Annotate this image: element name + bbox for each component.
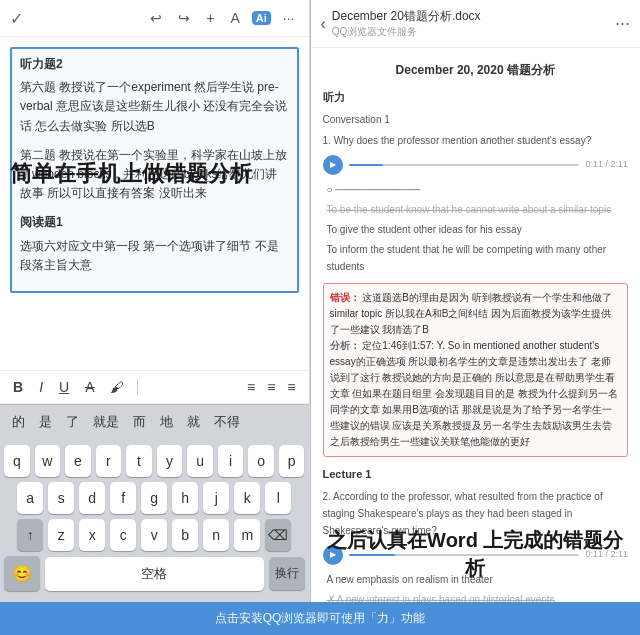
key-row-2: a s d f g h j k l (4, 482, 305, 514)
key-j[interactable]: j (203, 482, 229, 514)
left-panel: ✓ ↩ ↪ + A Ai ··· 听力题2 第六题 教授说了一个experime… (0, 0, 310, 602)
doc-title-area: December 20错题分析.docx QQ浏览器文件服务 (332, 8, 609, 39)
error-label-1: 错误： (330, 292, 360, 303)
option-1b: To be the student know that he cannot wr… (323, 201, 628, 218)
align-center-button[interactable]: ≡ (264, 377, 278, 397)
key-s[interactable]: s (48, 482, 74, 514)
key-row-bottom: 😊 空格 换行 (4, 556, 305, 591)
key-o[interactable]: o (248, 445, 274, 477)
play-button-1[interactable]: ▶ (323, 155, 343, 175)
align-right-button[interactable]: ≡ (284, 377, 298, 397)
key-v[interactable]: v (141, 519, 167, 551)
left-content: 听力题2 第六题 教授说了一个experiment 然后学生说 pre-verb… (0, 37, 309, 370)
block3-title: 阅读题1 (20, 213, 289, 232)
align-left-button[interactable]: ≡ (244, 377, 258, 397)
ime-word-6[interactable]: 地 (156, 411, 177, 433)
ai-badge[interactable]: Ai (252, 11, 271, 25)
redo-icon[interactable]: ↪ (174, 8, 194, 28)
key-q[interactable]: q (4, 445, 30, 477)
key-f[interactable]: f (110, 482, 136, 514)
key-w[interactable]: w (35, 445, 61, 477)
key-g[interactable]: g (141, 482, 167, 514)
key-row-1: q w e r t y u i o p (4, 445, 305, 477)
undo-icon[interactable]: ↩ (146, 8, 166, 28)
more-button[interactable]: ··· (615, 13, 630, 34)
add-icon[interactable]: + (202, 8, 218, 28)
analysis-label-1: 分析： (330, 340, 360, 351)
key-p[interactable]: p (279, 445, 305, 477)
strikethrough-button[interactable]: A (82, 377, 97, 397)
right-topbar: ‹ December 20错题分析.docx QQ浏览器文件服务 ··· (311, 0, 640, 48)
doc-date: December 20, 2020 错题分析 (323, 60, 628, 80)
section-listening: 听力 (323, 88, 628, 107)
convert-key[interactable]: 换行 (269, 557, 305, 590)
key-backspace[interactable]: ⌫ (265, 519, 291, 551)
block1-text: 第六题 教授说了一个experiment 然后学生说 pre-verbal 意思… (20, 78, 289, 136)
key-shift[interactable]: ↑ (17, 519, 43, 551)
key-d[interactable]: d (79, 482, 105, 514)
ime-word-3[interactable]: 了 (62, 411, 83, 433)
option-2b: ✗ A new interest in plays based on histo… (323, 591, 628, 602)
key-m[interactable]: m (234, 519, 260, 551)
keyboard: q w e r t y u i o p a s d f g h j k l (0, 439, 309, 602)
ime-word-1[interactable]: 的 (8, 411, 29, 433)
ime-bar: 的 是 了 就是 而 地 就 不得 (0, 404, 309, 439)
doc-title: December 20错题分析.docx (332, 8, 609, 25)
key-row-3: ↑ z x c v b n m ⌫ (4, 519, 305, 551)
underline-button[interactable]: U (56, 377, 72, 397)
key-t[interactable]: t (126, 445, 152, 477)
big-chinese-right: 之后认真在Word 上完成的错题分析 (323, 526, 628, 582)
key-l[interactable]: l (265, 482, 291, 514)
space-key[interactable]: 空格 (45, 557, 264, 591)
key-k[interactable]: k (234, 482, 260, 514)
time-text-1: 0:11 / 2:11 (585, 157, 628, 172)
key-b[interactable]: b (172, 519, 198, 551)
key-a[interactable]: a (17, 482, 43, 514)
back-button[interactable]: ‹ (321, 15, 326, 33)
text-block-1: 听力题2 第六题 教授说了一个experiment 然后学生说 pre-verb… (20, 55, 289, 136)
key-u[interactable]: u (187, 445, 213, 477)
italic-button[interactable]: I (36, 377, 46, 397)
key-y[interactable]: y (157, 445, 183, 477)
key-r[interactable]: r (96, 445, 122, 477)
big-text-right: 之后认真在Word 上完成的错题分析 (311, 526, 640, 582)
paint-button[interactable]: 🖌 (107, 377, 127, 397)
left-topbar: ✓ ↩ ↪ + A Ai ··· (0, 0, 309, 37)
bold-button[interactable]: B (10, 377, 26, 397)
error-block-1: 错误： 这道题选B的理由是因为 听到教授说有一个学生和他做了similar to… (323, 283, 628, 457)
ime-word-4[interactable]: 就是 (89, 411, 123, 433)
block1-title: 听力题2 (20, 55, 289, 74)
doc-subtitle: QQ浏览器文件服务 (332, 25, 609, 39)
text-block-3: 阅读题1 选项六对应文中第一段 第一个选项讲了细节 不是段落主旨大意 (20, 213, 289, 275)
big-chinese-left: 简单在手机上做错题分析 (10, 159, 299, 190)
emoji-key[interactable]: 😊 (4, 556, 40, 591)
bottom-cta[interactable]: 点击安装QQ浏览器即可使用「力」功能 (0, 602, 640, 635)
ime-word-8[interactable]: 不得 (210, 411, 244, 433)
key-i[interactable]: i (218, 445, 244, 477)
font-icon[interactable]: A (227, 8, 244, 28)
more-icon[interactable]: ··· (279, 8, 299, 28)
progress-bar-1 (349, 164, 580, 166)
ime-word-2[interactable]: 是 (35, 411, 56, 433)
key-n[interactable]: n (203, 519, 229, 551)
left-toolbar-icons: ↩ ↪ + A Ai ··· (146, 8, 298, 28)
right-content: December 20, 2020 错题分析 听力 Conversation 1… (311, 48, 640, 602)
error-text-1: 这道题选B的理由是因为 听到教授说有一个学生和他做了similar topic … (330, 292, 612, 335)
ime-word-7[interactable]: 就 (183, 411, 204, 433)
key-x[interactable]: x (79, 519, 105, 551)
ime-word-5[interactable]: 而 (129, 411, 150, 433)
formatting-bar: B I U A 🖌 ≡ ≡ ≡ (0, 370, 309, 404)
key-z[interactable]: z (48, 519, 74, 551)
main-area: ✓ ↩ ↪ + A Ai ··· 听力题2 第六题 教授说了一个experime… (0, 0, 640, 602)
analysis-text-1: 定位1:46到1:57: Y. So in mentioned another … (330, 340, 618, 447)
progress-fill-1 (349, 164, 384, 166)
key-h[interactable]: h (172, 482, 198, 514)
audio-bar-1: ▶ 0:11 / 2:11 (323, 155, 628, 175)
check-icon: ✓ (10, 9, 23, 28)
key-c[interactable]: c (110, 519, 136, 551)
key-e[interactable]: e (65, 445, 91, 477)
question1-text: 1. Why does the professor mention anothe… (323, 132, 628, 149)
option-1c: To give the student other ideas for his … (323, 221, 628, 238)
right-panel: ‹ December 20错题分析.docx QQ浏览器文件服务 ··· Dec… (311, 0, 640, 602)
option-1d: To inform the student that he will be co… (323, 241, 628, 275)
